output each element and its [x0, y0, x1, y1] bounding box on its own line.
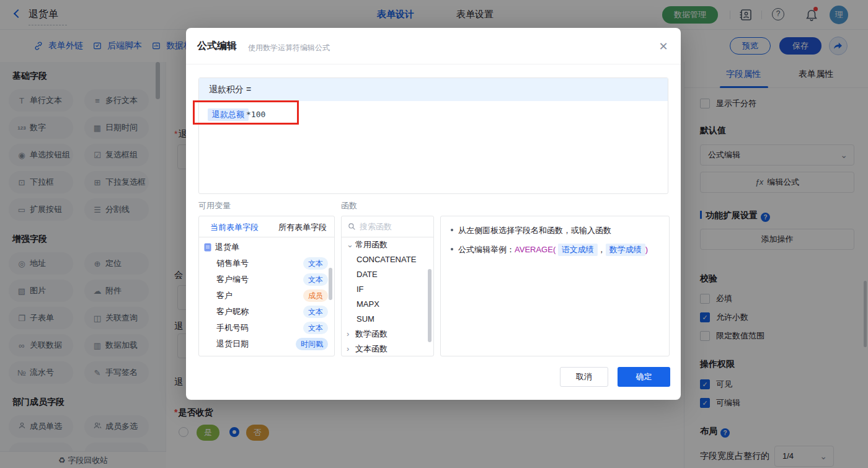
example-field-chip: 语文成绩	[558, 244, 598, 256]
example-function-name: AVERAGE(	[515, 245, 556, 254]
functions-label: 函数	[341, 200, 357, 211]
function-item[interactable]: IF	[342, 282, 433, 297]
modal-title: 公式编辑	[197, 40, 237, 53]
help-line-2: 公式编辑举例：AVERAGE( 语文成绩，数学成绩)	[451, 244, 659, 256]
formula-help-panel: 从左侧面板选择字段名和函数，或输入函数 公式编辑举例：AVERAGE( 语文成绩…	[440, 216, 670, 356]
variable-row[interactable]: 销售单号文本	[199, 255, 334, 272]
annotation-highlight-box	[193, 100, 299, 125]
function-item[interactable]: CONCATENATE	[342, 252, 433, 267]
formula-target: 退款积分 =	[199, 78, 668, 101]
search-icon	[348, 223, 356, 231]
chevron-right-icon: ›	[347, 327, 355, 342]
variable-row[interactable]: 客户成员	[199, 288, 334, 304]
variables-tabs: 当前表单字段 所有表单字段	[199, 216, 334, 237]
variables-panel: 当前表单字段 所有表单字段 退货单 销售单号文本 客户编号文本 客户成员 客户昵…	[198, 216, 335, 356]
function-item[interactable]: DATE	[342, 267, 433, 282]
tree-root-label: 退货单	[215, 242, 239, 253]
function-group-text[interactable]: ›文本函数	[342, 342, 433, 356]
help-line-1: 从左侧面板选择字段名和函数，或输入函数	[451, 225, 659, 236]
chevron-down-icon: ⌄	[347, 237, 355, 252]
type-badge: 成员	[303, 289, 328, 302]
document-icon	[204, 243, 211, 252]
example-close-paren: )	[645, 245, 648, 254]
tab-current-form-fields[interactable]: 当前表单字段	[210, 222, 259, 233]
variable-row[interactable]: 手机号码文本	[199, 320, 334, 336]
example-field-chip: 数学成绩	[606, 244, 645, 256]
confirm-button[interactable]: 确定	[618, 367, 670, 387]
chevron-right-icon: ›	[347, 342, 355, 356]
modal-subtitle: 使用数学运算符编辑公式	[248, 43, 330, 53]
type-badge: 文本	[303, 257, 328, 270]
variable-row[interactable]: 客户昵称文本	[199, 304, 334, 320]
type-badge: 文本	[303, 306, 328, 318]
tree-root-form[interactable]: 退货单	[199, 239, 334, 255]
tab-all-form-fields[interactable]: 所有表单字段	[278, 222, 327, 233]
function-item[interactable]: SUM	[342, 312, 433, 327]
close-icon[interactable]: ✕	[656, 39, 671, 54]
functions-panel: ⌄常用函数 CONCATENATE DATE IF MAPX SUM ›数学函数…	[341, 216, 434, 356]
function-item[interactable]: MAPX	[342, 297, 433, 312]
function-group-common[interactable]: ⌄常用函数	[342, 237, 433, 252]
functions-scrollbar[interactable]	[428, 269, 432, 342]
variables-scrollbar[interactable]	[329, 268, 332, 300]
formula-edit-modal: 公式编辑 使用数学运算符编辑公式 ✕ 退款积分 = 退款总额 *100 可用变量…	[186, 28, 681, 400]
function-group-math[interactable]: ›数学函数	[342, 327, 433, 342]
type-badge: 文本	[303, 322, 328, 334]
variable-row[interactable]: 退货日期时间戳	[199, 336, 334, 352]
type-badge: 时间戳	[296, 338, 328, 350]
bullet	[451, 229, 453, 231]
function-search[interactable]	[342, 216, 433, 237]
function-search-input[interactable]	[360, 222, 422, 231]
variable-row[interactable]: 客户编号文本	[199, 272, 334, 288]
variables-label: 可用变量	[198, 200, 231, 211]
modal-header-divider	[186, 64, 681, 64]
bullet	[451, 248, 453, 250]
type-badge: 文本	[303, 273, 328, 286]
formula-editor[interactable]: 退款积分 = 退款总额 *100	[198, 77, 668, 194]
cancel-button[interactable]: 取消	[560, 367, 608, 387]
